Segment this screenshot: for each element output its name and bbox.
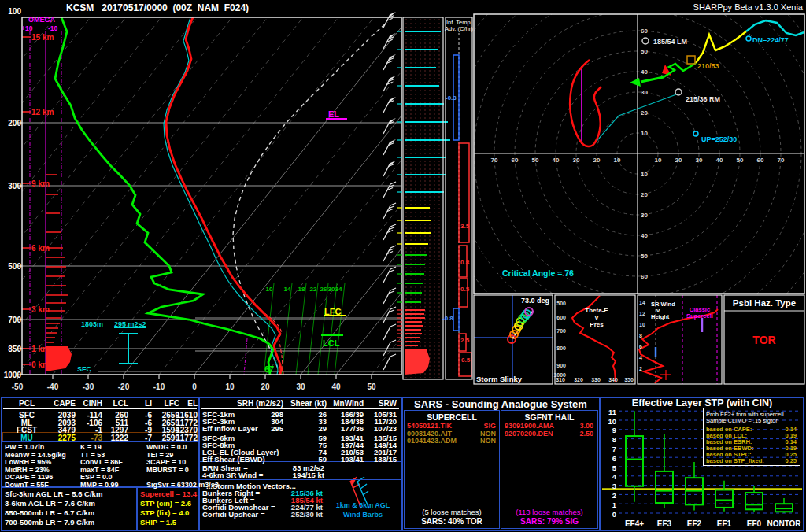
lapse-rate-value: Sfc-3km AGL LR = 5.6 C/km bbox=[5, 490, 102, 498]
thermo-value: PW = 1.07in bbox=[5, 443, 44, 451]
mixing-ratio-label: 30 bbox=[328, 286, 335, 293]
pressure-label: 850 bbox=[8, 345, 21, 353]
stp-category-label: EF3 bbox=[657, 519, 671, 528]
mixing-ratio-label: 34 bbox=[335, 286, 342, 293]
storm-motion-value: 252/30 kt bbox=[291, 510, 323, 519]
pressure-label: 300 bbox=[8, 182, 21, 190]
srwind-y-label: 12 bbox=[639, 311, 645, 316]
thetae-y-label: 700 bbox=[556, 328, 566, 334]
parcel-col-header: CAPE bbox=[54, 399, 76, 408]
thetae-title-2: v bbox=[595, 314, 598, 321]
parcel-col-header: PCL bbox=[19, 399, 35, 408]
hodo-ring-label: 70 bbox=[491, 157, 498, 164]
stp-category-label: EF1 bbox=[717, 519, 731, 528]
sars-match-id: 01041423.ADM bbox=[407, 437, 457, 445]
mixing-ratio-label: 10 bbox=[266, 286, 273, 293]
stp-y-label: 7 bbox=[612, 445, 616, 453]
thermo-value: 3CAPE = 10 bbox=[146, 458, 186, 466]
sars-match-tag: NON bbox=[480, 430, 496, 438]
parcel-cell: -7 bbox=[145, 434, 152, 442]
stp-category-label: EF0 bbox=[747, 519, 761, 528]
hodo-ring-label: 30 bbox=[696, 157, 703, 164]
kin-cell: 193/41 bbox=[341, 455, 364, 464]
stp-legend-line-2: Sample CLIMO = .15 sigtor bbox=[706, 417, 778, 424]
kin-cell: 59 bbox=[318, 455, 327, 464]
stp-y-label: 11 bbox=[608, 408, 616, 416]
adv-value: 6.5 bbox=[461, 357, 470, 364]
parcel-cell: -73 bbox=[91, 434, 102, 442]
stp-y-label: 5 bbox=[612, 464, 616, 472]
parcel-col-header: LI bbox=[145, 399, 152, 408]
pressure-label: 700 bbox=[8, 316, 21, 324]
temp-tick-label: 30 bbox=[296, 382, 305, 391]
thermo-value: MidRH = 23% bbox=[5, 466, 50, 474]
hodo-ring-label: 10 bbox=[655, 157, 662, 164]
kin-cell: 295 bbox=[271, 424, 283, 433]
kin-col-header: MnWind bbox=[333, 399, 364, 408]
pressure-label: 100 bbox=[8, 7, 21, 16]
pressure-label: 500 bbox=[8, 262, 21, 271]
parcel-cell: 11772 bbox=[176, 434, 198, 442]
stp-y-label: 10 bbox=[608, 417, 616, 426]
stp-category-label: EF4+ bbox=[625, 519, 644, 528]
thetae-y-label: 500 bbox=[556, 301, 566, 306]
hodo-ring-label: 10 bbox=[641, 171, 648, 178]
temp-tick-label: 50 bbox=[367, 382, 375, 391]
adv-value: -0.3 bbox=[446, 94, 457, 102]
thetae-y-label: 900 bbox=[556, 363, 566, 368]
sars-hail-prob: SARS: 79% SIG bbox=[520, 517, 579, 526]
temp-tick-label: -30 bbox=[83, 382, 94, 391]
height-km-label: 3 km bbox=[31, 305, 50, 314]
sars-match-id: 93091900.AMA bbox=[505, 422, 554, 430]
hodo-ring-label: 20 bbox=[593, 157, 601, 164]
lapse-rate-value: 3-6km AGL LR = 7.6 C/km bbox=[5, 499, 95, 508]
height-km-label: 12 km bbox=[31, 108, 54, 116]
sars-supercell-loose: (5 loose matches) bbox=[422, 508, 482, 516]
srwind-title-1: SR Wind bbox=[651, 301, 675, 308]
mixing-ratio-label: 22 bbox=[310, 286, 317, 293]
parcel-col-header: LCL bbox=[113, 399, 128, 408]
parcel-col-header: CINH bbox=[83, 399, 102, 408]
parcel-cell: 2275 bbox=[58, 434, 76, 442]
header-title: KCSM 20170517/0000 (00Z NAM F024) bbox=[66, 2, 249, 13]
hodo-up-label: UP=252/30 bbox=[701, 135, 737, 143]
hodo-ring-label: 20 bbox=[675, 157, 682, 164]
stp-y-label: 0 bbox=[612, 510, 616, 519]
sharppy-window: KCSM 20170517/0000 (00Z NAM F024) SHARPp… bbox=[0, 0, 806, 532]
kin-cell: 133/15 bbox=[374, 455, 397, 464]
omega-plus-label: +10 bbox=[21, 24, 32, 32]
thetae-title-3: Pres bbox=[590, 321, 603, 328]
pressure-label: 1000 bbox=[4, 371, 21, 379]
sars-match-id: 54050121.TIK bbox=[407, 422, 452, 430]
thetae-x-label: 340 bbox=[608, 377, 618, 382]
sfc-label: SFC bbox=[77, 365, 91, 373]
thetae-x-label: 320 bbox=[574, 377, 583, 382]
hodo-ring-label: 20 bbox=[641, 191, 648, 198]
hodo-ring-label: 20 bbox=[641, 109, 648, 116]
mixing-ratio-label: 18 bbox=[298, 286, 305, 293]
kin-cell: 29 bbox=[318, 424, 327, 433]
thetae-x-label: 310 bbox=[556, 377, 565, 382]
thetae-title-1: Theta-E bbox=[585, 307, 608, 314]
thetae-x-label: 330 bbox=[591, 377, 601, 382]
adv-value: 2.5 bbox=[460, 337, 469, 344]
thermo-value: LowRH = 95% bbox=[5, 458, 51, 466]
omega-title: OMEGA bbox=[28, 16, 55, 24]
hodo-ring-label: 70 bbox=[778, 157, 785, 164]
temp-tick-label: -10 bbox=[153, 382, 165, 391]
stp-y-label: 1 bbox=[612, 501, 616, 509]
kin-cell: 177/36 bbox=[341, 424, 364, 433]
stp-y-label: 6 bbox=[612, 454, 616, 463]
kin-col-header: Shear (kt) bbox=[290, 399, 327, 408]
sars-match-id: 00081420.AIT bbox=[407, 430, 452, 438]
temp-tick-label: 0 bbox=[192, 382, 197, 391]
hodo-ring-label: 50 bbox=[532, 157, 539, 164]
stp-legend-value: 0.25 bbox=[785, 457, 797, 464]
sars-supercell-prob: SARS: 40% TOR bbox=[421, 517, 482, 526]
height-km-label: 0 km bbox=[31, 360, 50, 369]
hodo-dn-label: DN=224/77 bbox=[752, 36, 789, 44]
temp-tick-label: 20 bbox=[261, 382, 269, 391]
srwind-y-label: 8 bbox=[639, 333, 642, 338]
stp-y-label: 8 bbox=[612, 435, 616, 444]
lapse-rate-value: 850-500mb LR = 6.7 C/km bbox=[5, 508, 94, 517]
